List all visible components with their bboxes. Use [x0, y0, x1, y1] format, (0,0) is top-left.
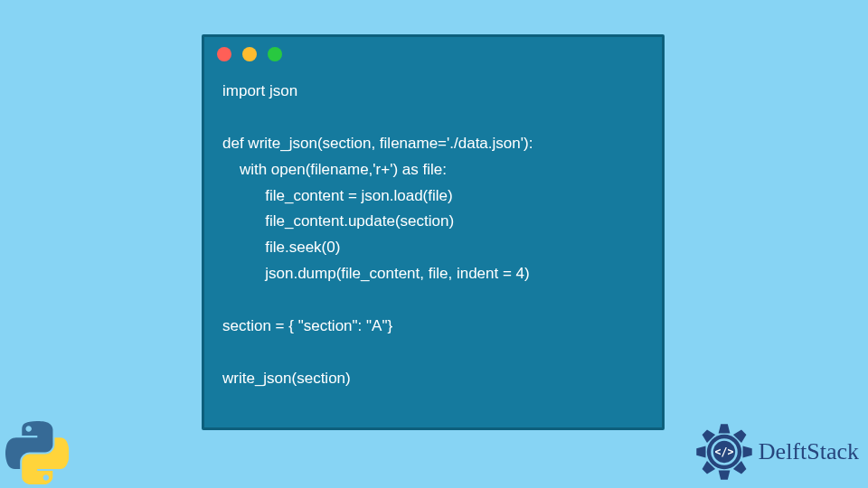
delftstack-label: DelftStack: [759, 438, 859, 465]
window-titlebar: [204, 37, 662, 71]
svg-marker-2: [742, 446, 751, 458]
close-icon: [217, 47, 231, 61]
minimize-icon: [242, 47, 257, 61]
maximize-icon: [268, 47, 282, 61]
python-logo-icon: [5, 421, 69, 484]
svg-text:</>: </>: [714, 446, 733, 458]
svg-marker-0: [718, 424, 730, 433]
code-block: import json def write_json(section, file…: [204, 71, 662, 408]
svg-marker-6: [696, 446, 705, 458]
delftstack-logo: </> DelftStack: [695, 423, 859, 481]
svg-marker-4: [718, 470, 730, 479]
delftstack-badge-icon: </>: [695, 423, 753, 481]
code-window: import json def write_json(section, file…: [202, 34, 665, 430]
